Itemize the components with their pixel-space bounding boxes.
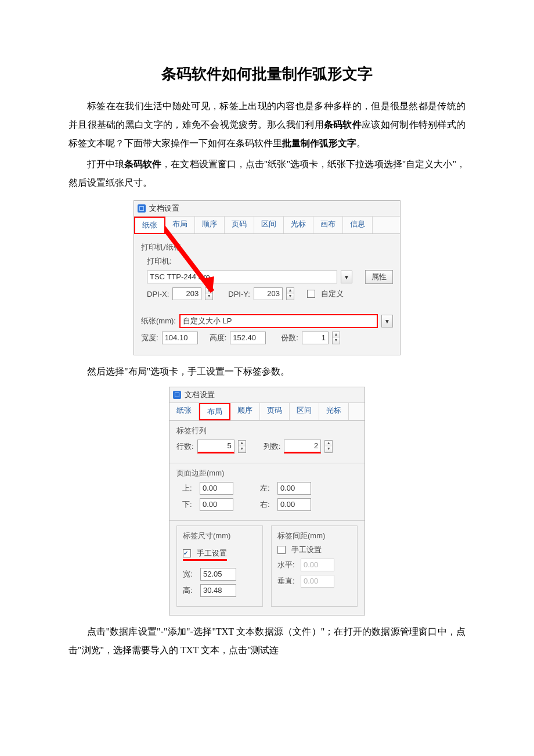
left-input[interactable]: 0.00 [277,482,311,495]
vgap-input: 0.00 [301,575,334,588]
custom-dpi-checkbox[interactable] [307,290,315,298]
screenshot-2: 文档设置 纸张 布局 顺序 页码 区间 光标 标签行列 行数: 5 ▲▼ 列数:… [68,387,466,615]
rowscols-label: 标签行列 [176,426,358,436]
margin-group: 页面边距(mm) 上: 0.00 左: 0.00 下: 0.00 右: 0.00 [169,463,365,520]
paragraph-2: 打开中琅条码软件，在文档设置窗口，点击"纸张"选项卡，纸张下拉选项选择"自定义大… [68,155,466,192]
top-label: 上: [182,483,196,494]
bottom-label: 下: [182,499,196,510]
width-label: 宽度: [141,333,158,343]
printer-label: 打印机: [147,256,393,267]
tab-range[interactable]: 区间 [290,403,319,420]
tab-canvas[interactable]: 画布 [313,217,343,233]
height-input[interactable]: 152.40 [230,332,266,344]
document-page: 条码软件如何批量制作弧形文字 标签在在我们生活中随处可见，标签上出现的内容也是多… [0,0,534,685]
tab-cursor[interactable]: 光标 [284,217,313,233]
text: 。 [356,138,366,148]
screenshot-1: 文档设置 纸张 布局 顺序 页码 区间 光标 画布 信息 打印机/纸张 打印机:… [68,200,466,355]
tab-order[interactable]: 顺序 [195,217,225,233]
page-title: 条码软件如何批量制作弧形文字 [68,64,466,84]
document-settings-dialog: 文档设置 纸张 布局 顺序 页码 区间 光标 画布 信息 打印机/纸张 打印机:… [134,200,400,355]
left-label: 左: [260,483,274,494]
w-input[interactable]: 52.05 [200,568,236,581]
tab-paper[interactable]: 纸张 [134,217,165,234]
copies-label: 份数: [281,333,298,343]
paper-label: 纸张(mm): [141,316,176,326]
bold-text: 批量制作弧形文字 [282,138,356,148]
dialog-title-bar: 文档设置 [169,387,365,403]
gap-label: 标签间距(mm) [277,531,351,541]
manual-gap-checkbox[interactable] [277,546,286,554]
dpix-input[interactable]: 203 [172,287,201,300]
rows-label: 行数: [176,441,194,452]
printer-section-label: 打印机/纸张 [141,242,393,253]
dpiy-label: DPI-Y: [228,290,250,298]
tab-cursor[interactable]: 光标 [319,403,349,420]
right-input[interactable]: 0.00 [277,498,311,511]
paper-size-dropdown[interactable]: 自定义大小 LP [179,314,378,328]
vgap-label: 垂直: [277,576,297,586]
tab-order[interactable]: 顺序 [230,403,260,420]
copies-input[interactable]: 1 [302,332,329,344]
cols-spinner[interactable]: ▲▼ [324,440,333,453]
printer-dropdown[interactable]: TSC TTP-244 Pro [147,271,337,283]
paragraph-3: 然后选择"布局"选项卡，手工设置一下标签参数。 [68,362,466,381]
tab-pagenum[interactable]: 页码 [225,217,254,233]
dpix-spinner[interactable]: ▲▼ [205,287,213,300]
top-input[interactable]: 0.00 [200,482,233,495]
rows-input[interactable]: 5 [197,440,234,453]
tab-pagenum[interactable]: 页码 [260,403,290,420]
bold-text: 条码软件 [324,120,362,129]
cols-label: 列数: [264,441,281,452]
manual-size-checkbox[interactable] [183,549,191,557]
tab-info[interactable]: 信息 [343,217,373,233]
dialog-title: 文档设置 [149,203,179,214]
dialog-body: 打印机/纸张 打印机: TSC TTP-244 Pro ▼ 属性 DPI-X: … [134,234,400,355]
w-label: 宽: [183,569,197,579]
dropdown-icon[interactable]: ▼ [381,315,393,327]
dpiy-input[interactable]: 203 [254,287,283,300]
size-label: 标签尺寸(mm) [183,531,257,541]
label-gap-box: 标签间距(mm) 手工设置 水平: 0.00 垂直: 0.00 [271,525,358,607]
rows-spinner[interactable]: ▲▼ [238,440,246,453]
text: 打开中琅 [87,159,124,169]
rowscols-group: 标签行列 行数: 5 ▲▼ 列数: 2 ▲▼ [169,420,365,463]
cols-input[interactable]: 2 [284,440,321,453]
dpiy-spinner[interactable]: ▲▼ [286,287,294,300]
tab-layout[interactable]: 布局 [165,217,195,233]
bottom-input[interactable]: 0.00 [200,498,233,511]
right-label: 右: [260,499,274,510]
margin-label: 页面边距(mm) [176,468,358,478]
paragraph-1: 标签在在我们生活中随处可见，标签上出现的内容也是多种多样的，但是很显然都是传统的… [68,97,466,153]
h-label: 高: [183,585,197,596]
dropdown-icon[interactable]: ▼ [341,271,352,283]
width-input[interactable]: 104.10 [162,332,198,344]
manual-gap-label: 手工设置 [291,545,322,555]
h-input[interactable]: 30.48 [200,584,236,597]
tab-range[interactable]: 区间 [254,217,284,233]
hgap-label: 水平: [277,560,297,570]
tab-layout[interactable]: 布局 [199,403,230,420]
dialog-title: 文档设置 [185,390,215,400]
dialog-title-bar: 文档设置 [134,201,400,217]
bold-text: 条码软件 [124,159,161,169]
paragraph-4: 点击"数据库设置"-"添加"-选择"TXT 文本数据源（文件）"；在打开的数据源… [68,622,466,660]
dpix-label: DPI-X: [147,290,169,298]
app-icon [138,204,146,213]
copies-spinner[interactable]: ▲▼ [332,332,340,344]
properties-button[interactable]: 属性 [365,270,393,284]
tabs-bar: 纸张 布局 顺序 页码 区间 光标 画布 信息 [134,217,400,234]
tabs-bar: 纸张 布局 顺序 页码 区间 光标 [169,403,365,420]
manual-size-label: 手工设置 [197,548,227,559]
document-settings-dialog-2: 文档设置 纸张 布局 顺序 页码 区间 光标 标签行列 行数: 5 ▲▼ 列数:… [169,387,365,615]
tab-paper[interactable]: 纸张 [169,403,199,420]
app-icon [173,391,181,399]
height-label: 高度: [210,333,227,343]
label-size-box: 标签尺寸(mm) 手工设置 宽: 52.05 高: 30.48 [176,525,263,607]
custom-dpi-label: 自定义 [321,289,344,299]
size-gap-group: 标签尺寸(mm) 手工设置 宽: 52.05 高: 30.48 [169,520,365,615]
hgap-input: 0.00 [301,559,334,571]
